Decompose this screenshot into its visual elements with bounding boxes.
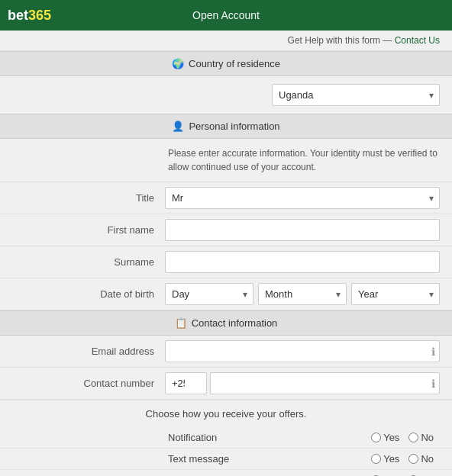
title-control: Mr Mrs Ms Miss Dr <box>165 187 440 209</box>
month-select[interactable]: Month JanuaryFebruaryMarch AprilMayJune … <box>258 283 347 305</box>
personal-section-header: 👤 Personal information <box>0 114 452 139</box>
personal-info-text: Please enter accurate information. Your … <box>0 139 452 182</box>
dob-label: Date of birth <box>12 288 165 300</box>
surname-control <box>165 251 440 273</box>
day-select-wrapper: Day 12345 678910 1112131415 1617181920 2… <box>165 283 253 305</box>
dob-row: Date of birth Day 12345 678910 111213141… <box>0 278 452 310</box>
first-name-input[interactable] <box>165 219 440 241</box>
text-message-no-radio[interactable] <box>408 454 418 464</box>
country-icon: 🌍 <box>172 58 184 69</box>
contact-icon: 📋 <box>175 317 187 329</box>
text-message-yes-label: Yes <box>371 453 399 465</box>
phone-prefix-row <box>165 372 440 394</box>
offer-row-email: Email Yes No <box>0 470 452 476</box>
phone-row: Contact number ℹ <box>0 368 452 400</box>
phone-prefix-input[interactable] <box>165 372 207 394</box>
phone-label: Contact number <box>12 378 165 389</box>
email-label: Email address <box>12 346 165 357</box>
day-select[interactable]: Day 12345 678910 1112131415 1617181920 2… <box>165 283 253 305</box>
dob-selects: Day 12345 678910 1112131415 1617181920 2… <box>165 283 440 305</box>
title-select[interactable]: Mr Mrs Ms Miss Dr <box>165 187 440 209</box>
notification-no-label: No <box>408 432 434 443</box>
surname-input[interactable] <box>165 251 440 273</box>
country-section-header: 🌍 Country of residence <box>0 51 452 76</box>
phone-input-wrapper: ℹ <box>165 372 440 394</box>
offers-header: Choose how you receive your offers. <box>0 400 452 427</box>
surname-row: Surname <box>0 246 452 278</box>
logo-bet: bet <box>8 8 28 23</box>
year-select[interactable]: Year <box>351 283 440 305</box>
text-message-no-label: No <box>408 453 434 465</box>
phone-info-icon[interactable]: ℹ <box>431 378 435 390</box>
contact-section-header: 📋 Contact information <box>0 310 452 336</box>
help-bar: Get Help with this form — Contact Us <box>0 31 452 51</box>
contact-us-link[interactable]: Contact Us <box>395 35 440 46</box>
help-text: Get Help with this form — <box>288 35 395 46</box>
person-icon: 👤 <box>172 121 184 132</box>
offer-row-notification: Notification Yes No <box>0 427 452 449</box>
first-name-row: First name <box>0 214 452 246</box>
notification-radio-group: Yes No <box>371 432 440 443</box>
header-title: Open Account <box>192 9 260 21</box>
text-message-label: Text message <box>168 453 371 465</box>
email-control: ℹ <box>165 340 440 362</box>
month-select-wrapper: Month JanuaryFebruaryMarch AprilMayJune … <box>258 283 347 305</box>
surname-label: Surname <box>12 256 165 268</box>
country-select-wrapper: Uganda <box>272 84 440 106</box>
contact-section-label: Contact information <box>192 317 278 329</box>
notification-label: Notification <box>168 432 371 443</box>
phone-number-input[interactable] <box>210 372 440 394</box>
notification-no-radio[interactable] <box>408 433 418 442</box>
year-select-wrapper: Year <box>351 283 440 305</box>
email-input[interactable] <box>165 340 440 362</box>
country-select[interactable]: Uganda <box>272 84 440 106</box>
notification-yes-radio[interactable] <box>371 433 381 442</box>
first-name-control <box>165 219 440 241</box>
header: bet365 Open Account <box>0 0 452 31</box>
text-message-radio-group: Yes No <box>371 453 440 465</box>
title-row: Title Mr Mrs Ms Miss Dr <box>0 182 452 214</box>
personal-section-label: Personal information <box>189 121 279 132</box>
offer-row-text-message: Text message Yes No <box>0 449 452 470</box>
text-message-yes-radio[interactable] <box>371 454 381 464</box>
email-input-wrapper: ℹ <box>165 340 440 362</box>
logo: bet365 <box>8 8 51 24</box>
title-select-wrapper: Mr Mrs Ms Miss Dr <box>165 187 440 209</box>
logo-365: 365 <box>28 8 51 23</box>
email-row: Email address ℹ <box>0 336 452 368</box>
email-info-icon[interactable]: ℹ <box>431 346 435 358</box>
notification-yes-label: Yes <box>371 432 399 443</box>
country-section-label: Country of residence <box>189 58 280 69</box>
phone-control: ℹ <box>165 372 440 394</box>
first-name-label: First name <box>12 224 165 236</box>
country-row: Uganda <box>0 76 452 114</box>
title-label: Title <box>12 192 165 204</box>
